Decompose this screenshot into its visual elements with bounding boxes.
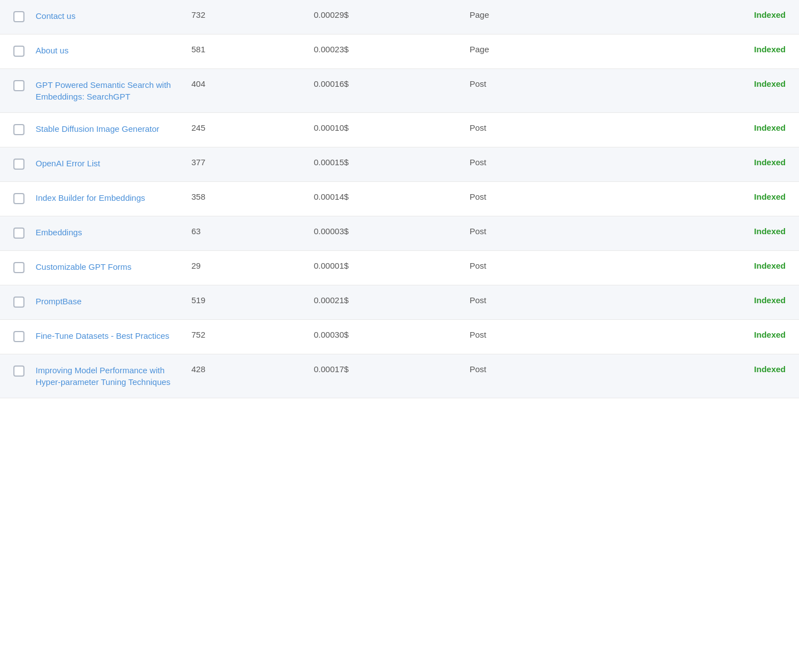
status-badge: Indexed [754,45,786,54]
status-col: Indexed [625,10,786,19]
table-row: Customizable GPT Forms 29 0.00001$ Post … [0,251,799,285]
checkbox-col [13,45,36,58]
page-title-link[interactable]: About us [36,45,180,56]
page-title-link[interactable]: Index Builder for Embeddings [36,192,180,204]
cost-col: 0.00001$ [314,261,470,270]
number-col: 245 [191,123,314,132]
status-badge: Indexed [754,330,786,339]
cost-col: 0.00029$ [314,10,470,19]
checkbox-col [13,157,36,171]
title-col: Embeddings [36,226,191,238]
status-col: Indexed [625,192,786,201]
page-title-link[interactable]: Embeddings [36,226,180,238]
status-badge: Indexed [754,364,786,374]
status-badge: Indexed [754,123,786,132]
page-title-link[interactable]: GPT Powered Semantic Search with Embeddi… [36,79,180,102]
title-col: Index Builder for Embeddings [36,192,191,204]
status-badge: Indexed [754,295,786,305]
status-col: Indexed [625,226,786,236]
status-col: Indexed [625,261,786,270]
table-row: GPT Powered Semantic Search with Embeddi… [0,69,799,113]
cost-col: 0.00030$ [314,330,470,339]
status-badge: Indexed [754,192,786,201]
checkbox-col [13,330,36,344]
status-badge: Indexed [754,10,786,19]
status-badge: Indexed [754,226,786,236]
number-col: 404 [191,79,314,88]
status-col: Indexed [625,330,786,339]
checkbox-col [13,79,36,93]
row-checkbox[interactable] [13,331,24,342]
page-title-link[interactable]: PromptBase [36,295,180,307]
number-col: 358 [191,192,314,201]
status-badge: Indexed [754,79,786,88]
cost-col: 0.00016$ [314,79,470,88]
title-col: PromptBase [36,295,191,307]
checkbox-col [13,10,36,24]
checkbox-col [13,192,36,206]
type-col: Post [470,79,625,88]
title-col: Improving Model Performance with Hyper-p… [36,364,191,388]
number-col: 29 [191,261,314,270]
checkbox-col [13,123,36,137]
table-row: Stable Diffusion Image Generator 245 0.0… [0,113,799,147]
page-title-link[interactable]: Contact us [36,10,180,22]
cost-col: 0.00003$ [314,226,470,236]
type-col: Post [470,226,625,236]
checkbox-col [13,261,36,275]
page-title-link[interactable]: OpenAI Error List [36,157,180,169]
status-col: Indexed [625,123,786,132]
table-row: Improving Model Performance with Hyper-p… [0,354,799,398]
row-checkbox[interactable] [13,297,24,308]
type-col: Page [470,10,625,19]
row-checkbox[interactable] [13,365,24,377]
cost-col: 0.00017$ [314,364,470,374]
table-row: Embeddings 63 0.00003$ Post Indexed [0,216,799,251]
status-col: Indexed [625,79,786,88]
title-col: Contact us [36,10,191,22]
table-row: Fine-Tune Datasets - Best Practices 752 … [0,320,799,354]
row-checkbox[interactable] [13,228,24,239]
title-col: Stable Diffusion Image Generator [36,123,191,135]
title-col: Fine-Tune Datasets - Best Practices [36,330,191,342]
number-col: 732 [191,10,314,19]
row-checkbox[interactable] [13,193,24,204]
type-col: Post [470,192,625,201]
number-col: 377 [191,157,314,167]
page-title-link[interactable]: Customizable GPT Forms [36,261,180,273]
row-checkbox[interactable] [13,46,24,57]
table-row: OpenAI Error List 377 0.00015$ Post Inde… [0,147,799,182]
status-badge: Indexed [754,261,786,270]
cost-col: 0.00023$ [314,45,470,54]
type-col: Post [470,295,625,305]
row-checkbox[interactable] [13,159,24,170]
table-row: Contact us 732 0.00029$ Page Indexed [0,0,799,34]
table-row: About us 581 0.00023$ Page Indexed [0,34,799,69]
type-col: Post [470,123,625,132]
type-col: Post [470,157,625,167]
type-col: Post [470,330,625,339]
status-badge: Indexed [754,157,786,167]
row-checkbox[interactable] [13,124,24,135]
type-col: Post [470,261,625,270]
title-col: About us [36,45,191,56]
main-table: Contact us 732 0.00029$ Page Indexed Abo… [0,0,799,672]
page-title-link[interactable]: Improving Model Performance with Hyper-p… [36,364,180,388]
row-checkbox[interactable] [13,11,24,22]
title-col: Customizable GPT Forms [36,261,191,273]
table-row: Index Builder for Embeddings 358 0.00014… [0,182,799,216]
type-col: Page [470,45,625,54]
checkbox-col [13,226,36,240]
row-checkbox[interactable] [13,80,24,91]
table-row: PromptBase 519 0.00021$ Post Indexed [0,285,799,320]
status-col: Indexed [625,295,786,305]
number-col: 581 [191,45,314,54]
page-title-link[interactable]: Stable Diffusion Image Generator [36,123,180,135]
status-col: Indexed [625,364,786,374]
page-title-link[interactable]: Fine-Tune Datasets - Best Practices [36,330,180,342]
cost-col: 0.00015$ [314,157,470,167]
number-col: 428 [191,364,314,374]
title-col: OpenAI Error List [36,157,191,169]
status-col: Indexed [625,157,786,167]
row-checkbox[interactable] [13,262,24,273]
